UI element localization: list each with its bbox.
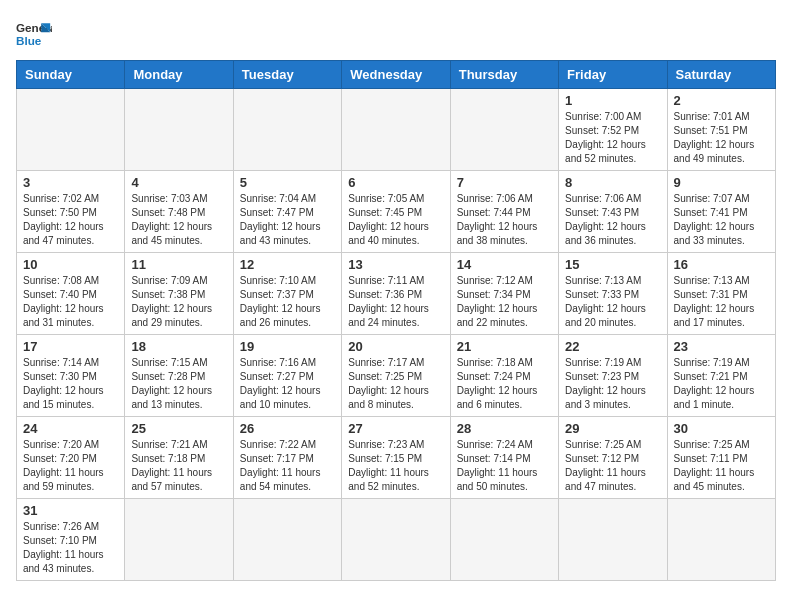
logo-icon: General Blue <box>16 16 52 52</box>
day-header-thursday: Thursday <box>450 61 558 89</box>
calendar-body: 1Sunrise: 7:00 AM Sunset: 7:52 PM Daylig… <box>17 89 776 581</box>
day-info: Sunrise: 7:14 AM Sunset: 7:30 PM Dayligh… <box>23 356 118 412</box>
calendar-header: SundayMondayTuesdayWednesdayThursdayFrid… <box>17 61 776 89</box>
logo: General Blue <box>16 16 52 52</box>
day-info: Sunrise: 7:03 AM Sunset: 7:48 PM Dayligh… <box>131 192 226 248</box>
calendar-cell: 21Sunrise: 7:18 AM Sunset: 7:24 PM Dayli… <box>450 335 558 417</box>
calendar-cell <box>125 499 233 581</box>
day-number: 19 <box>240 339 335 354</box>
day-header-wednesday: Wednesday <box>342 61 450 89</box>
calendar-cell: 16Sunrise: 7:13 AM Sunset: 7:31 PM Dayli… <box>667 253 775 335</box>
calendar-cell: 26Sunrise: 7:22 AM Sunset: 7:17 PM Dayli… <box>233 417 341 499</box>
day-number: 15 <box>565 257 660 272</box>
svg-text:Blue: Blue <box>16 34 42 47</box>
day-header-saturday: Saturday <box>667 61 775 89</box>
calendar-cell <box>450 89 558 171</box>
calendar-cell <box>17 89 125 171</box>
calendar-cell <box>342 89 450 171</box>
day-number: 5 <box>240 175 335 190</box>
calendar-cell: 9Sunrise: 7:07 AM Sunset: 7:41 PM Daylig… <box>667 171 775 253</box>
day-info: Sunrise: 7:06 AM Sunset: 7:44 PM Dayligh… <box>457 192 552 248</box>
calendar-week-row: 1Sunrise: 7:00 AM Sunset: 7:52 PM Daylig… <box>17 89 776 171</box>
day-number: 28 <box>457 421 552 436</box>
day-info: Sunrise: 7:11 AM Sunset: 7:36 PM Dayligh… <box>348 274 443 330</box>
day-info: Sunrise: 7:22 AM Sunset: 7:17 PM Dayligh… <box>240 438 335 494</box>
calendar-cell <box>342 499 450 581</box>
calendar-cell <box>559 499 667 581</box>
day-header-sunday: Sunday <box>17 61 125 89</box>
day-number: 22 <box>565 339 660 354</box>
calendar-cell: 7Sunrise: 7:06 AM Sunset: 7:44 PM Daylig… <box>450 171 558 253</box>
calendar-week-row: 3Sunrise: 7:02 AM Sunset: 7:50 PM Daylig… <box>17 171 776 253</box>
day-number: 30 <box>674 421 769 436</box>
day-info: Sunrise: 7:06 AM Sunset: 7:43 PM Dayligh… <box>565 192 660 248</box>
calendar-cell: 1Sunrise: 7:00 AM Sunset: 7:52 PM Daylig… <box>559 89 667 171</box>
calendar-week-row: 10Sunrise: 7:08 AM Sunset: 7:40 PM Dayli… <box>17 253 776 335</box>
calendar-cell <box>125 89 233 171</box>
day-info: Sunrise: 7:25 AM Sunset: 7:11 PM Dayligh… <box>674 438 769 494</box>
day-number: 3 <box>23 175 118 190</box>
day-info: Sunrise: 7:09 AM Sunset: 7:38 PM Dayligh… <box>131 274 226 330</box>
calendar-cell: 28Sunrise: 7:24 AM Sunset: 7:14 PM Dayli… <box>450 417 558 499</box>
day-number: 27 <box>348 421 443 436</box>
day-number: 26 <box>240 421 335 436</box>
day-number: 10 <box>23 257 118 272</box>
days-of-week-row: SundayMondayTuesdayWednesdayThursdayFrid… <box>17 61 776 89</box>
page-container: General Blue SundayMondayTuesdayWednesda… <box>16 16 776 581</box>
day-number: 24 <box>23 421 118 436</box>
day-info: Sunrise: 7:19 AM Sunset: 7:23 PM Dayligh… <box>565 356 660 412</box>
day-number: 1 <box>565 93 660 108</box>
day-info: Sunrise: 7:23 AM Sunset: 7:15 PM Dayligh… <box>348 438 443 494</box>
day-number: 12 <box>240 257 335 272</box>
calendar-cell: 17Sunrise: 7:14 AM Sunset: 7:30 PM Dayli… <box>17 335 125 417</box>
day-info: Sunrise: 7:07 AM Sunset: 7:41 PM Dayligh… <box>674 192 769 248</box>
day-info: Sunrise: 7:16 AM Sunset: 7:27 PM Dayligh… <box>240 356 335 412</box>
day-info: Sunrise: 7:19 AM Sunset: 7:21 PM Dayligh… <box>674 356 769 412</box>
calendar-cell: 23Sunrise: 7:19 AM Sunset: 7:21 PM Dayli… <box>667 335 775 417</box>
day-info: Sunrise: 7:02 AM Sunset: 7:50 PM Dayligh… <box>23 192 118 248</box>
day-info: Sunrise: 7:24 AM Sunset: 7:14 PM Dayligh… <box>457 438 552 494</box>
calendar-week-row: 17Sunrise: 7:14 AM Sunset: 7:30 PM Dayli… <box>17 335 776 417</box>
calendar-cell <box>450 499 558 581</box>
day-info: Sunrise: 7:17 AM Sunset: 7:25 PM Dayligh… <box>348 356 443 412</box>
calendar-cell: 24Sunrise: 7:20 AM Sunset: 7:20 PM Dayli… <box>17 417 125 499</box>
day-info: Sunrise: 7:20 AM Sunset: 7:20 PM Dayligh… <box>23 438 118 494</box>
day-info: Sunrise: 7:21 AM Sunset: 7:18 PM Dayligh… <box>131 438 226 494</box>
day-number: 4 <box>131 175 226 190</box>
calendar-cell <box>667 499 775 581</box>
calendar-cell: 5Sunrise: 7:04 AM Sunset: 7:47 PM Daylig… <box>233 171 341 253</box>
day-number: 9 <box>674 175 769 190</box>
day-number: 2 <box>674 93 769 108</box>
calendar-table: SundayMondayTuesdayWednesdayThursdayFrid… <box>16 60 776 581</box>
day-number: 18 <box>131 339 226 354</box>
day-number: 25 <box>131 421 226 436</box>
day-number: 21 <box>457 339 552 354</box>
calendar-cell <box>233 89 341 171</box>
day-info: Sunrise: 7:12 AM Sunset: 7:34 PM Dayligh… <box>457 274 552 330</box>
calendar-week-row: 31Sunrise: 7:26 AM Sunset: 7:10 PM Dayli… <box>17 499 776 581</box>
day-info: Sunrise: 7:18 AM Sunset: 7:24 PM Dayligh… <box>457 356 552 412</box>
day-number: 8 <box>565 175 660 190</box>
day-number: 14 <box>457 257 552 272</box>
day-info: Sunrise: 7:08 AM Sunset: 7:40 PM Dayligh… <box>23 274 118 330</box>
calendar-cell: 25Sunrise: 7:21 AM Sunset: 7:18 PM Dayli… <box>125 417 233 499</box>
day-number: 31 <box>23 503 118 518</box>
calendar-cell: 29Sunrise: 7:25 AM Sunset: 7:12 PM Dayli… <box>559 417 667 499</box>
calendar-cell: 27Sunrise: 7:23 AM Sunset: 7:15 PM Dayli… <box>342 417 450 499</box>
day-number: 17 <box>23 339 118 354</box>
calendar-week-row: 24Sunrise: 7:20 AM Sunset: 7:20 PM Dayli… <box>17 417 776 499</box>
day-number: 23 <box>674 339 769 354</box>
day-number: 16 <box>674 257 769 272</box>
day-number: 13 <box>348 257 443 272</box>
day-info: Sunrise: 7:05 AM Sunset: 7:45 PM Dayligh… <box>348 192 443 248</box>
day-number: 29 <box>565 421 660 436</box>
day-info: Sunrise: 7:10 AM Sunset: 7:37 PM Dayligh… <box>240 274 335 330</box>
calendar-cell: 10Sunrise: 7:08 AM Sunset: 7:40 PM Dayli… <box>17 253 125 335</box>
day-number: 20 <box>348 339 443 354</box>
calendar-cell <box>233 499 341 581</box>
calendar-cell: 20Sunrise: 7:17 AM Sunset: 7:25 PM Dayli… <box>342 335 450 417</box>
calendar-cell: 30Sunrise: 7:25 AM Sunset: 7:11 PM Dayli… <box>667 417 775 499</box>
day-number: 6 <box>348 175 443 190</box>
calendar-cell: 11Sunrise: 7:09 AM Sunset: 7:38 PM Dayli… <box>125 253 233 335</box>
day-header-monday: Monday <box>125 61 233 89</box>
